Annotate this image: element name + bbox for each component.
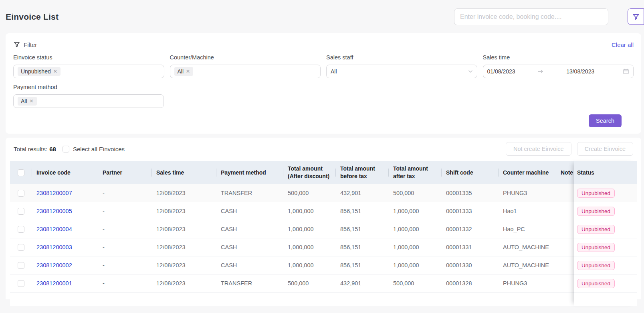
payment-method-select[interactable]: All ✕	[13, 94, 164, 108]
einvoice-table: Invoice code Partner Sales time Payment …	[10, 161, 637, 306]
arrow-right-icon	[538, 69, 543, 73]
table-row: 23081200005-12/08/2023CASH1,000,000856,1…	[10, 202, 637, 220]
invoice-code-link[interactable]: 23081200004	[36, 226, 72, 232]
cell-total-after-discount: 1,000,000	[283, 262, 335, 268]
header-shift-code: Shift code	[441, 161, 498, 184]
invoice-code-link[interactable]: 23081200003	[36, 244, 72, 250]
cell-invoice-code: 23081200004	[32, 226, 98, 232]
cell-status: Unpubished	[574, 184, 637, 202]
close-icon[interactable]: ✕	[186, 69, 190, 74]
cell-total-after-tax: 1,000,000	[388, 208, 441, 214]
cell-counter-machine: PHUNG3	[498, 190, 556, 196]
row-checkbox[interactable]	[18, 208, 24, 215]
header-checkbox[interactable]	[18, 169, 24, 176]
close-icon[interactable]: ✕	[30, 99, 34, 104]
field-sales-staff: Sales staff All	[326, 54, 477, 78]
close-icon[interactable]: ✕	[53, 69, 57, 74]
status-badge: Unpubished	[577, 207, 615, 216]
cell-sales-time: 12/08/2023	[151, 208, 216, 214]
header-payment-method: Payment method	[216, 161, 283, 184]
cell-sales-time: 12/08/2023	[151, 190, 216, 196]
status-badge: Unpubished	[577, 189, 615, 198]
table-row: 23081200007-12/08/2023TRANSFER500,000432…	[10, 184, 637, 202]
clear-all-link[interactable]: Clear all	[612, 41, 634, 48]
select-all-label: Select all Einvoices	[73, 146, 125, 152]
table-row-partial	[10, 293, 637, 306]
results-panel: Total results: 68 Select all Einvoices N…	[6, 138, 641, 299]
einvoice-status-select[interactable]: Unpubished ✕	[13, 65, 164, 78]
sales-time-range-picker[interactable]: 01/08/2023 13/08/2023	[483, 65, 634, 78]
cell-total-after-tax: 500,000	[388, 280, 441, 287]
field-payment-method: Payment method All ✕	[13, 84, 164, 108]
header-partner: Partner	[98, 161, 151, 184]
row-checkbox[interactable]	[18, 226, 24, 233]
row-checkbox[interactable]	[18, 244, 24, 251]
table-header-row: Invoice code Partner Sales time Payment …	[10, 161, 637, 184]
invoice-code-link[interactable]: 23081200007	[36, 190, 72, 196]
cell-sales-time: 12/08/2023	[151, 244, 216, 250]
status-badge: Unpubished	[577, 279, 615, 288]
status-badge: Unpubished	[577, 243, 615, 252]
header-sales-time: Sales time	[151, 161, 216, 184]
top-bar: Einvoice List	[0, 0, 644, 33]
cell-counter-machine: AUTO_MACHINE	[498, 262, 556, 268]
cell-partner: -	[98, 208, 151, 214]
sales-staff-value: All	[331, 68, 337, 75]
field-einvoice-status: Einvoice status Unpubished ✕	[13, 54, 164, 78]
einvoice-status-tag-label: Unpubished	[21, 68, 51, 75]
invoice-code-link[interactable]: 23081200002	[36, 262, 72, 268]
cell-status: Unpubished	[574, 202, 637, 220]
row-checkbox[interactable]	[18, 280, 24, 287]
cell-shift-code: 00001335	[441, 190, 498, 196]
row-checkbox[interactable]	[18, 190, 24, 197]
search-input[interactable]	[454, 8, 608, 25]
cell-invoice-code: 23081200003	[32, 244, 98, 250]
cell-total-after-discount: 1,000,000	[283, 208, 335, 214]
cell-partner: -	[98, 262, 151, 268]
sales-staff-label: Sales staff	[326, 54, 477, 63]
cell-total-before-tax: 432,901	[335, 280, 388, 287]
cell-total-after-tax: 1,000,000	[388, 226, 441, 232]
cell-sales-time: 12/08/2023	[151, 262, 216, 268]
counter-machine-tag-label: All	[178, 68, 184, 75]
chevron-down-icon	[468, 69, 473, 74]
cell-payment-method: CASH	[216, 262, 283, 268]
header-total-after-tax: Total amount after tax	[388, 161, 441, 184]
select-all-checkbox[interactable]	[63, 146, 69, 152]
date-to-value[interactable]: 13/08/2023	[566, 68, 594, 75]
einvoice-status-tag: Unpubished ✕	[18, 67, 61, 76]
create-einvoice-button[interactable]: Create Einvoice	[577, 142, 633, 156]
table-row: 23081200004-12/08/2023CASH1,000,000856,1…	[10, 220, 637, 238]
header-total-after-discount: Total amount (After discount)	[283, 161, 335, 184]
sales-staff-select[interactable]: All	[326, 65, 477, 78]
funnel-icon	[632, 13, 640, 21]
cell-counter-machine: AUTO_MACHINE	[498, 244, 556, 250]
payment-method-tag: All ✕	[18, 97, 37, 106]
filter-panel: Filter Clear all Einvoice status Unpubis…	[6, 33, 641, 134]
cell-total-before-tax: 856,151	[335, 262, 388, 268]
table-body: 23081200007-12/08/2023TRANSFER500,000432…	[10, 184, 637, 293]
sales-time-label: Sales time	[483, 54, 634, 63]
row-checkbox[interactable]	[18, 262, 24, 269]
cell-partner: -	[98, 280, 151, 287]
search-button[interactable]: Search	[589, 114, 622, 127]
topbar-right	[454, 8, 644, 25]
cell-payment-method: TRANSFER	[216, 280, 283, 287]
invoice-code-link[interactable]: 23081200001	[36, 280, 72, 287]
date-from-value[interactable]: 01/08/2023	[487, 68, 515, 75]
cell-shift-code: 00001331	[441, 244, 498, 250]
funnel-icon	[13, 41, 20, 48]
cell-shift-code: 00001330	[441, 262, 498, 268]
header-total-before-tax: Total amount before tax	[335, 161, 388, 184]
invoice-code-link[interactable]: 23081200005	[36, 208, 72, 214]
cell-total-after-discount: 1,000,000	[283, 244, 335, 250]
cell-total-before-tax: 856,151	[335, 208, 388, 214]
cell-status: Unpubished	[574, 256, 637, 274]
filter-toggle-button[interactable]	[628, 8, 644, 25]
counter-machine-select[interactable]: All ✕	[170, 65, 321, 78]
not-create-einvoice-button[interactable]: Not create Einvoice	[506, 142, 571, 156]
cell-shift-code: 00001332	[441, 226, 498, 232]
cell-invoice-code: 23081200002	[32, 262, 98, 268]
field-counter-machine: Counter/Machine All ✕	[170, 54, 321, 78]
cell-total-after-tax: 1,000,000	[388, 244, 441, 250]
